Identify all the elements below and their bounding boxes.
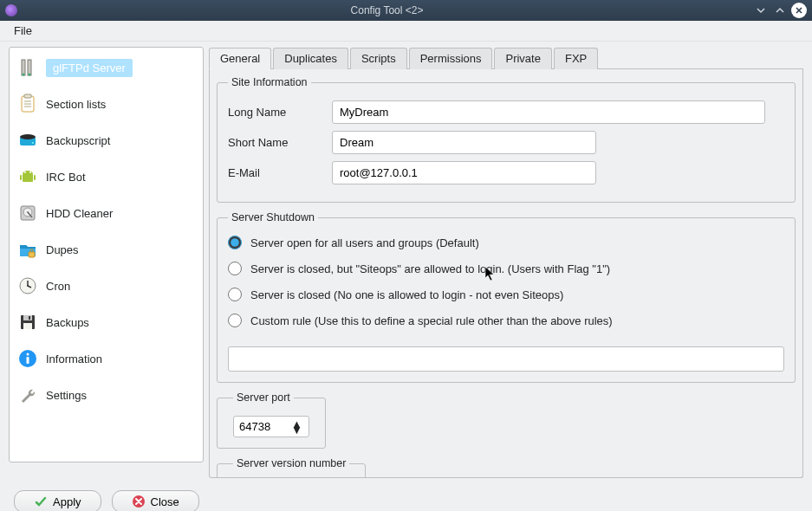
apply-label: Apply (53, 495, 81, 508)
svg-rect-15 (20, 175, 22, 180)
shutdown-legend: Server Shutdown (228, 211, 318, 223)
close-icon (132, 495, 146, 508)
svg-point-24 (27, 285, 29, 287)
tab-general[interactable]: General (209, 48, 271, 69)
svg-point-13 (24, 171, 26, 173)
svg-point-3 (29, 74, 31, 76)
svg-rect-16 (34, 175, 36, 180)
hdd-icon (16, 202, 39, 224)
sidebar-item-irc-bot[interactable]: IRC Bot (13, 162, 199, 191)
port-legend: Server port (233, 391, 294, 404)
form-area: Site Information Long Name Short Name E-… (209, 69, 803, 478)
minimize-button[interactable] (753, 3, 769, 18)
clock-icon (16, 275, 39, 297)
svg-rect-31 (27, 357, 29, 364)
folder-lock-icon (16, 238, 39, 261)
android-icon (16, 165, 39, 188)
sidebar-item-label: Information (46, 353, 102, 365)
shutdown-option-label: Custom rule (Use this to define a specia… (250, 314, 613, 327)
sidebar-item-hdd-cleaner[interactable]: HDD Cleaner (13, 198, 199, 228)
tab-fxp[interactable]: FXP (554, 48, 598, 69)
svg-point-30 (27, 353, 29, 356)
short-name-input[interactable] (332, 131, 596, 154)
site-information-group: Site Information Long Name Short Name E-… (217, 76, 796, 203)
content-area: General Duplicates Scripts Permissions P… (209, 47, 803, 478)
short-name-label: Short Name (228, 136, 332, 149)
svg-rect-1 (28, 60, 31, 75)
apply-button[interactable]: Apply (14, 490, 101, 511)
site-info-legend: Site Information (228, 76, 311, 88)
spin-arrows-icon[interactable]: ▲▼ (291, 421, 302, 433)
sidebar-item-label: Cron (46, 280, 70, 293)
shutdown-radio-siteops[interactable] (228, 262, 242, 275)
email-input[interactable] (332, 161, 596, 184)
svg-rect-26 (23, 315, 32, 320)
shutdown-option-label: Server is closed, but "Siteops" are allo… (250, 262, 610, 275)
svg-point-14 (29, 171, 31, 173)
sidebar: glFTPd Server Section lists Backupscript… (9, 47, 204, 462)
shutdown-option-label: Server is closed (No one is allowed to l… (250, 288, 563, 301)
svg-rect-27 (29, 316, 30, 320)
tab-scripts[interactable]: Scripts (350, 48, 407, 69)
svg-point-11 (32, 142, 34, 144)
close-label: Close (151, 495, 179, 508)
sidebar-item-section-lists[interactable]: Section lists (13, 89, 199, 119)
svg-rect-28 (23, 323, 32, 329)
sidebar-item-label: glFTPd Server (46, 59, 133, 77)
sidebar-item-label: HDD Cleaner (46, 207, 113, 220)
titlebar: Config Tool <2> (0, 0, 812, 21)
menu-file[interactable]: File (9, 23, 37, 39)
clipboard-icon (16, 93, 39, 115)
sidebar-item-label: Section lists (46, 98, 106, 111)
sidebar-item-settings[interactable]: Settings (13, 380, 199, 410)
button-bar: Apply Close (0, 483, 812, 511)
shutdown-radio-custom[interactable] (228, 314, 242, 327)
sidebar-item-label: Backupscript (46, 134, 110, 147)
close-window-button[interactable] (791, 3, 807, 18)
sidebar-item-label: Dupes (46, 243, 79, 256)
long-name-label: Long Name (228, 106, 332, 119)
shutdown-radio-open[interactable] (228, 236, 242, 249)
tab-bar: General Duplicates Scripts Permissions P… (209, 47, 803, 69)
server-version-group: Server version number 2.10a (217, 457, 366, 478)
drive-icon (16, 129, 39, 152)
check-icon (34, 495, 48, 508)
server-icon (16, 56, 39, 79)
svg-rect-12 (23, 174, 33, 182)
version-legend: Server version number (233, 457, 349, 469)
info-icon (16, 347, 39, 370)
shutdown-option-label: Server open for all users and groups (De… (250, 236, 479, 249)
server-shutdown-group: Server Shutdown Server open for all user… (217, 211, 796, 383)
menubar: File (0, 21, 812, 42)
floppy-icon (16, 311, 39, 333)
svg-point-2 (23, 74, 25, 76)
svg-rect-0 (22, 60, 25, 75)
sidebar-item-cron[interactable]: Cron (13, 271, 199, 301)
app-icon (5, 4, 17, 16)
wrench-icon (16, 384, 39, 406)
svg-rect-5 (24, 94, 31, 98)
svg-rect-20 (29, 252, 35, 257)
long-name-input[interactable] (332, 100, 765, 124)
svg-point-10 (20, 134, 36, 139)
sidebar-item-label: Backups (46, 316, 89, 329)
tab-private[interactable]: Private (494, 48, 551, 69)
sidebar-item-backups[interactable]: Backups (13, 307, 199, 337)
tab-permissions[interactable]: Permissions (409, 48, 493, 69)
sidebar-item-dupes[interactable]: Dupes (13, 235, 199, 264)
sidebar-item-label: Settings (46, 389, 87, 402)
email-label: E-Mail (228, 166, 332, 179)
port-input[interactable] (239, 420, 291, 433)
custom-rule-input[interactable] (228, 346, 784, 372)
server-port-group: Server port ▲▼ (217, 391, 326, 449)
port-spinbox[interactable]: ▲▼ (233, 416, 309, 437)
sidebar-item-label: IRC Bot (46, 171, 86, 184)
sidebar-item-backupscript[interactable]: Backupscript (13, 126, 199, 155)
maximize-button[interactable] (772, 3, 788, 18)
close-button[interactable]: Close (112, 490, 199, 511)
sidebar-item-information[interactable]: Information (13, 344, 199, 373)
sidebar-item-glftpd-server[interactable]: glFTPd Server (13, 53, 199, 82)
shutdown-radio-closed[interactable] (228, 288, 242, 301)
window-title: Config Tool <2> (24, 4, 750, 16)
tab-duplicates[interactable]: Duplicates (273, 48, 348, 69)
